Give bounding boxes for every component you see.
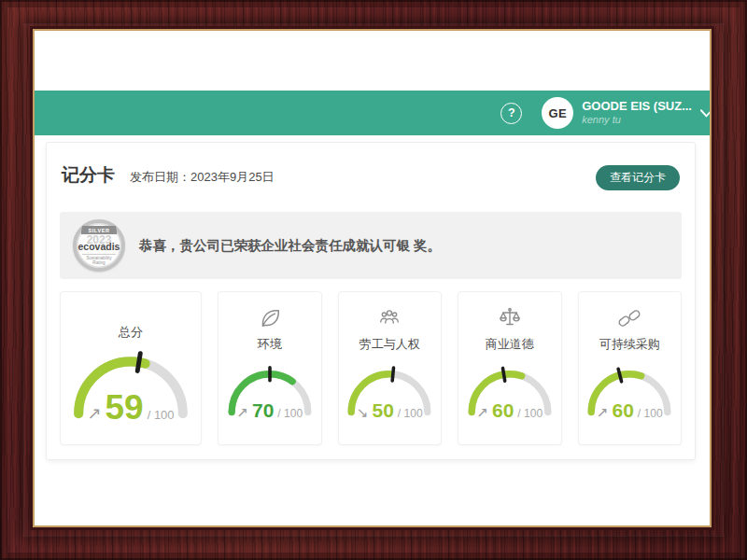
category-label: 总分 [119, 324, 143, 341]
people-icon [376, 304, 402, 332]
score-value: 60 [492, 400, 514, 420]
score-max: / 100 [638, 407, 663, 420]
category-label: 劳工与人权 [359, 336, 420, 353]
help-icon[interactable]: ? [500, 103, 522, 124]
scorecard-title-row: 记分卡 发布日期：2023年9月25日 查看记分卡 [60, 163, 682, 190]
trend-arrow-icon: ↘ [357, 404, 369, 421]
app-header: ? GE GOODE EIS (SUZ... kenny tu [35, 91, 710, 135]
trend-arrow-icon: ↗ [236, 404, 248, 421]
score: ↘ 50 / 100 [344, 400, 435, 421]
gauge: ↗ 60 / 100 [584, 365, 675, 418]
silver-medal-icon: SILVER 2023 ecovadis Sustainability Rati… [73, 219, 125, 272]
score-value: 59 [106, 390, 144, 425]
link-icon [616, 304, 642, 332]
score: ↗ 59 / 100 [68, 390, 193, 425]
award-banner: SILVER 2023 ecovadis Sustainability Rati… [60, 212, 682, 279]
leaf-icon [257, 304, 283, 332]
scorecard-panel: 记分卡 发布日期：2023年9月25日 查看记分卡 SILVER 2023 ec… [46, 142, 696, 460]
gauge-card-labor-human-rights[interactable]: 劳工与人权 ↘ 50 / 100 [338, 291, 443, 445]
medal-tagline: Sustainability Rating [82, 254, 116, 266]
gauge-row: 总分 ↗ 59 / 100 环境 ↗ 70 / 100 劳工与人权 [60, 291, 682, 445]
view-scorecard-button[interactable]: 查看记分卡 [596, 165, 680, 190]
category-label: 环境 [258, 336, 282, 353]
score: ↗ 70 / 100 [224, 400, 316, 421]
trend-arrow-icon: ↗ [87, 403, 101, 424]
score-max: / 100 [277, 407, 303, 420]
gauge: ↗ 60 / 100 [464, 365, 556, 418]
app-window: ? GE GOODE EIS (SUZ... kenny tu 记分卡 发布日期… [35, 31, 710, 525]
scales-icon [497, 304, 523, 332]
category-label: 商业道德 [486, 336, 534, 353]
medal-tier: SILVER [80, 226, 117, 234]
gauge: ↗ 59 / 100 [68, 349, 193, 422]
score-max: / 100 [398, 407, 423, 420]
score-value: 60 [613, 400, 634, 420]
award-message: 恭喜，贵公司已荣获企业社会责任成就认可银 奖。 [139, 237, 441, 255]
avatar[interactable]: GE [542, 97, 573, 129]
account-menu[interactable]: GOODE EIS (SUZ... kenny tu [582, 99, 692, 127]
account-name: GOODE EIS (SUZ... [582, 99, 692, 114]
gauge-card-environment[interactable]: 环境 ↗ 70 / 100 [218, 291, 322, 445]
score: ↗ 60 / 100 [464, 400, 556, 421]
score-value: 50 [373, 400, 394, 420]
gauge: ↘ 50 / 100 [344, 365, 435, 418]
score-max: / 100 [148, 408, 175, 422]
gauge: ↗ 70 / 100 [224, 365, 316, 418]
score-value: 70 [252, 400, 274, 420]
chevron-down-icon[interactable] [700, 109, 710, 118]
score-max: / 100 [517, 407, 543, 420]
publish-date: 发布日期：2023年9月25日 [130, 169, 275, 186]
score: ↗ 60 / 100 [584, 400, 675, 421]
category-label: 可持续采购 [599, 336, 660, 353]
trend-arrow-icon: ↗ [597, 404, 609, 421]
screenshot: ? GE GOODE EIS (SUZ... kenny tu 记分卡 发布日期… [0, 0, 747, 560]
page-title: 记分卡 [62, 163, 115, 188]
gauge-card-sustainable-procurement[interactable]: 可持续采购 ↗ 60 / 100 [578, 291, 683, 445]
gauge-card-business-ethics[interactable]: 商业道德 ↗ 60 / 100 [458, 291, 562, 445]
gauge-card-total-score[interactable]: 总分 ↗ 59 / 100 [60, 291, 202, 445]
medal-brand: ecovadis [78, 242, 120, 253]
trend-arrow-icon: ↗ [476, 404, 488, 421]
user-name: kenny tu [582, 114, 692, 127]
